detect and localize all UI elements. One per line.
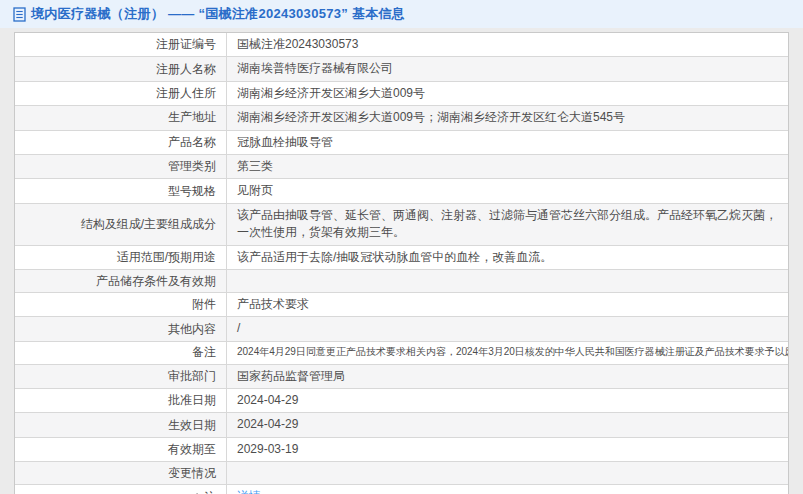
row-label: 注册人名称 <box>156 61 216 78</box>
row-value-cell: 该产品适用于去除/抽吸冠状动脉血管中的血栓，改善血流。 <box>227 246 788 269</box>
row-value-cell: 2029-03-19 <box>227 438 788 461</box>
row-label-cell: 备注 <box>15 342 227 364</box>
table-row: 注册人名称湖南埃普特医疗器械有限公司 <box>15 57 788 81</box>
table-row: 结构及组成/主要组成成分该产品由抽吸导管、延长管、两通阀、注射器、过滤筛与通管芯… <box>15 204 788 246</box>
table-row: 有效期至2029-03-19 <box>15 438 788 462</box>
table-row: 注册人住所湖南湘乡经济开发区湘乡大道009号 <box>15 82 788 106</box>
row-label: 产品名称 <box>168 134 216 151</box>
row-value-cell <box>227 462 788 484</box>
row-label-cell: 产品名称 <box>15 131 227 154</box>
row-value-cell: 湖南湘乡经济开发区湘乡大道009号；湖南湘乡经济开发区红仑大道545号 <box>227 106 788 129</box>
row-label-cell: 适用范围/预期用途 <box>15 246 227 269</box>
table-row: 变更情况 <box>15 462 788 485</box>
table-row: 适用范围/预期用途该产品适用于去除/抽吸冠状动脉血管中的血栓，改善血流。 <box>15 246 788 270</box>
row-value: 湖南湘乡经济开发区湘乡大道009号 <box>237 85 425 102</box>
row-value-cell: 第三类 <box>227 155 788 178</box>
row-value-cell: 2024年4月29日同意更正产品技术要求相关内容，2024年3月20日核发的中华… <box>227 342 788 364</box>
row-label: 注册人住所 <box>156 85 216 102</box>
row-label-cell: 管理类别 <box>15 155 227 178</box>
row-label-cell: 注册证编号 <box>15 33 227 56</box>
row-label: 审批部门 <box>168 368 216 385</box>
row-label: 产品储存条件及有效期 <box>96 273 216 290</box>
row-label-cell: 注册人名称 <box>15 57 227 80</box>
row-label-cell: 审批部门 <box>15 365 227 388</box>
table-row: 产品储存条件及有效期 <box>15 270 788 293</box>
table-row: 管理类别第三类 <box>15 155 788 179</box>
row-value-cell: 湖南埃普特医疗器械有限公司 <box>227 57 788 80</box>
row-value-cell: 2024-04-29 <box>227 413 788 436</box>
details-link[interactable]: 详情 <box>237 488 261 494</box>
row-label: 注册证编号 <box>156 36 216 53</box>
row-value: 国械注准20243030573 <box>237 36 358 53</box>
row-label-cell: 其他内容 <box>15 317 227 340</box>
table-row: 生产地址湖南湘乡经济开发区湘乡大道009号；湖南湘乡经济开发区红仑大道545号 <box>15 106 788 130</box>
row-label-cell: 生产地址 <box>15 106 227 129</box>
row-label: 其他内容 <box>168 321 216 338</box>
row-value-cell: 国家药品监督管理局 <box>227 365 788 388</box>
row-label: 生效日期 <box>168 417 216 434</box>
row-label-cell: 生效日期 <box>15 413 227 436</box>
row-value-cell <box>227 270 788 292</box>
row-value: / <box>237 320 240 337</box>
row-label: 生产地址 <box>168 109 216 126</box>
table-row: 生效日期2024-04-29 <box>15 413 788 437</box>
row-value: 湖南埃普特医疗器械有限公司 <box>237 60 393 77</box>
document-icon <box>13 7 26 22</box>
row-value: 产品技术要求 <box>237 296 309 313</box>
row-value-cell: 冠脉血栓抽吸导管 <box>227 131 788 154</box>
row-label-cell: 有效期至 <box>15 438 227 461</box>
row-value: 见附页 <box>237 182 273 199</box>
row-label-cell: 型号规格 <box>15 179 227 202</box>
table-row: 注册证编号国械注准20243030573 <box>15 33 788 57</box>
row-label: 管理类别 <box>168 158 216 175</box>
row-label-cell: 产品储存条件及有效期 <box>15 270 227 292</box>
row-label-cell: 变更情况 <box>15 462 227 484</box>
row-label: 备注 <box>192 344 216 361</box>
row-label-cell: 附件 <box>15 293 227 316</box>
row-value-cell: / <box>227 317 788 340</box>
row-label: 附件 <box>192 296 216 313</box>
page-header: 境内医疗器械（注册） —— “国械注准20243030573” 基本信息 <box>0 0 803 28</box>
row-value: 2024-04-29 <box>237 392 298 409</box>
row-label-cell: 注册人住所 <box>15 82 227 105</box>
row-label: 批准日期 <box>168 392 216 409</box>
table-row: 注详情 <box>15 485 788 494</box>
table-row: 其他内容/ <box>15 317 788 341</box>
row-value: 该产品适用于去除/抽吸冠状动脉血管中的血栓，改善血流。 <box>237 249 552 266</box>
row-label: 注 <box>204 489 216 494</box>
row-label-cell: 注 <box>15 485 227 494</box>
row-label: 结构及组成/主要组成成分 <box>81 216 216 233</box>
row-value: 湖南湘乡经济开发区湘乡大道009号；湖南湘乡经济开发区红仑大道545号 <box>237 109 625 126</box>
row-label: 有效期至 <box>168 441 216 458</box>
table-row: 备注2024年4月29日同意更正产品技术要求相关内容，2024年3月20日核发的… <box>15 342 788 365</box>
row-value-cell: 见附页 <box>227 179 788 202</box>
table-row: 产品名称冠脉血栓抽吸导管 <box>15 131 788 155</box>
row-value-cell: 详情 <box>227 485 788 494</box>
row-value: 第三类 <box>237 158 273 175</box>
page-title: 境内医疗器械（注册） —— “国械注准20243030573” 基本信息 <box>31 5 405 23</box>
row-value: 2024年4月29日同意更正产品技术要求相关内容，2024年3月20日核发的中华… <box>237 345 788 360</box>
row-value-cell: 产品技术要求 <box>227 293 788 316</box>
table-row: 审批部门国家药品监督管理局 <box>15 365 788 389</box>
row-value: 冠脉血栓抽吸导管 <box>237 134 333 151</box>
table-row: 型号规格见附页 <box>15 179 788 203</box>
row-label: 适用范围/预期用途 <box>117 249 216 266</box>
row-label: 变更情况 <box>168 465 216 482</box>
row-value-cell: 该产品由抽吸导管、延长管、两通阀、注射器、过滤筛与通管芯丝六部分组成。产品经环氧… <box>227 204 788 245</box>
row-value: 2024-04-29 <box>237 416 298 433</box>
row-value-cell: 湖南湘乡经济开发区湘乡大道009号 <box>227 82 788 105</box>
row-value: 该产品由抽吸导管、延长管、两通阀、注射器、过滤筛与通管芯丝六部分组成。产品经环氧… <box>237 207 778 242</box>
info-table: 注册证编号国械注准20243030573注册人名称湖南埃普特医疗器械有限公司注册… <box>14 32 789 494</box>
row-label-cell: 批准日期 <box>15 389 227 412</box>
row-value-cell: 2024-04-29 <box>227 389 788 412</box>
row-value: 国家药品监督管理局 <box>237 368 345 385</box>
row-label-cell: 结构及组成/主要组成成分 <box>15 204 227 245</box>
row-value: 2029-03-19 <box>237 441 298 458</box>
table-row: 批准日期2024-04-29 <box>15 389 788 413</box>
row-label: 型号规格 <box>168 183 216 200</box>
table-row: 附件产品技术要求 <box>15 293 788 317</box>
row-value-cell: 国械注准20243030573 <box>227 33 788 56</box>
